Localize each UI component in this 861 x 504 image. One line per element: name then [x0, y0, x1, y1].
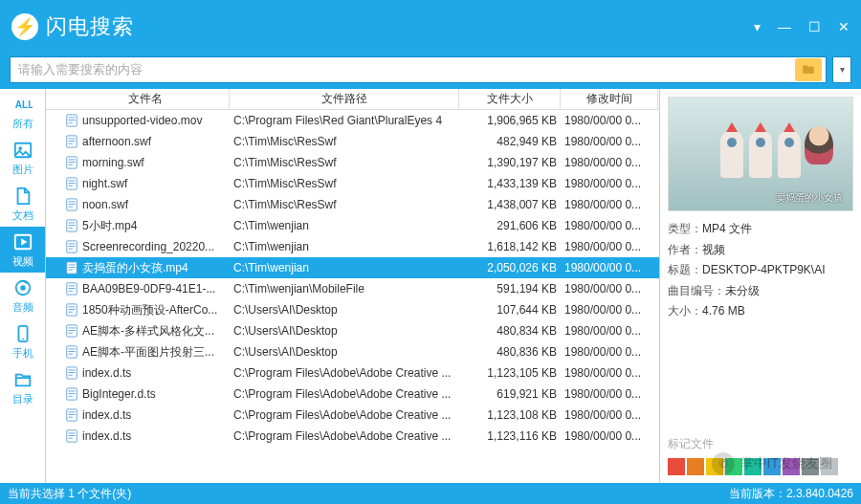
sidebar-item-video[interactable]: 视频 [0, 227, 45, 273]
tag-swatch[interactable] [725, 458, 742, 475]
search-input[interactable] [11, 62, 795, 77]
cell-size: 2,050,026 KB [459, 261, 561, 274]
svg-rect-26 [69, 204, 76, 205]
svg-rect-69 [69, 433, 76, 434]
cell-date: 1980/00/00 0... [561, 282, 658, 296]
tag-swatch[interactable] [763, 458, 781, 475]
cell-name: unsupported-video.mov [61, 114, 230, 127]
cell-size: 591,194 KB [459, 282, 561, 296]
chevron-down-icon[interactable]: ▾ [832, 56, 851, 83]
svg-rect-35 [69, 249, 73, 250]
col-path[interactable]: 文件路径 [230, 89, 459, 109]
table-row[interactable]: afternoon.swfC:\Tim\Misc\ResSwf482,949 K… [46, 131, 659, 152]
file-icon [65, 429, 78, 443]
meta-size-label: 大小： [668, 301, 702, 322]
svg-rect-37 [69, 265, 76, 266]
close-button[interactable]: ✕ [838, 19, 850, 34]
table-row[interactable]: index.d.tsC:\Program Files\Adobe\Adobe C… [46, 405, 659, 426]
cell-date: 1980/00/00 0... [561, 114, 658, 127]
tag-swatch[interactable] [744, 458, 762, 475]
file-icon [65, 366, 78, 380]
table-row[interactable]: morning.swfC:\Tim\Misc\ResSwf1,390,197 K… [46, 152, 659, 173]
table-row[interactable]: AE脚本-平面图片投射三...C:\Users\AI\Desktop480,83… [46, 341, 659, 362]
table-row[interactable]: Screenrecording_20220...C:\Tim\wenjian1,… [46, 236, 659, 257]
cell-size: 1,123,108 KB [459, 408, 561, 422]
table-row[interactable]: 卖捣蛋的小女孩.mp4C:\Tim\wenjian2,050,026 KB198… [46, 257, 659, 278]
svg-rect-13 [69, 139, 76, 140]
svg-rect-11 [69, 122, 73, 123]
svg-rect-63 [69, 396, 73, 397]
col-size[interactable]: 文件大小 [459, 89, 561, 109]
meta-title-label: 标题： [668, 260, 702, 281]
file-icon [65, 219, 78, 232]
col-date[interactable]: 修改时间 [561, 89, 658, 109]
cell-name: AE脚本-多样式风格化文... [61, 323, 230, 340]
tag-swatch[interactable] [706, 458, 723, 475]
table-row[interactable]: night.swfC:\Tim\Misc\ResSwf1,433,139 KB1… [46, 173, 659, 194]
meta-track-label: 曲目编号： [668, 281, 725, 302]
file-list[interactable]: unsupported-video.movC:\Program Files\Re… [46, 110, 659, 483]
svg-rect-70 [69, 435, 76, 436]
file-icon [65, 177, 78, 190]
cell-path: C:\Tim\wenjian\MobileFile [230, 282, 459, 296]
sidebar-item-image[interactable]: 图片 [0, 135, 45, 181]
sidebar-item-folder[interactable]: 目录 [0, 364, 45, 410]
svg-point-5 [20, 285, 25, 290]
cell-date: 1980/00/00 0... [561, 387, 658, 401]
svg-rect-9 [69, 118, 76, 119]
table-row[interactable]: 5小时.mp4C:\Tim\wenjian291,606 KB1980/00/0… [46, 215, 659, 236]
tag-hint: 标记文件 [668, 436, 853, 452]
table-row[interactable]: 1850种动画预设-AfterCo...C:\Users\AI\Desktop1… [46, 299, 659, 320]
cell-path: C:\Tim\Misc\ResSwf [230, 198, 459, 211]
svg-rect-31 [69, 228, 73, 229]
svg-point-2 [18, 146, 22, 150]
main-area: ALL所有图片文档视频音频手机目录 文件名 文件路径 文件大小 修改时间 uns… [0, 89, 861, 483]
tag-swatch[interactable] [668, 458, 685, 475]
tag-swatch[interactable] [821, 458, 838, 475]
table-row[interactable]: unsupported-video.movC:\Program Files\Re… [46, 110, 659, 131]
file-icon [65, 114, 78, 127]
svg-rect-57 [69, 370, 76, 371]
cell-path: C:\Users\AI\Desktop [230, 345, 459, 359]
sidebar-item-phone[interactable]: 手机 [0, 318, 45, 364]
tag-swatches [668, 458, 853, 475]
tag-swatch[interactable] [783, 458, 800, 475]
all-icon: ALL [12, 94, 33, 115]
dropdown-icon[interactable]: ▾ [754, 19, 761, 34]
svg-rect-15 [69, 143, 73, 144]
cell-size: 1,123,105 KB [459, 366, 561, 380]
table-row[interactable]: noon.swfC:\Tim\Misc\ResSwf1,438,007 KB19… [46, 194, 659, 215]
svg-rect-14 [69, 141, 76, 142]
file-icon [65, 261, 78, 274]
table-row[interactable]: AE脚本-多样式风格化文...C:\Users\AI\Desktop480,83… [46, 320, 659, 341]
col-name[interactable]: 文件名 [61, 89, 230, 109]
file-icon [65, 135, 78, 148]
svg-rect-51 [69, 333, 73, 334]
cell-path: C:\Tim\wenjian [230, 261, 459, 274]
minimize-button[interactable]: — [778, 19, 791, 34]
cell-name: afternoon.swf [61, 135, 230, 148]
table-row[interactable]: BigInteger.d.tsC:\Program Files\Adobe\Ad… [46, 383, 659, 405]
table-row[interactable]: index.d.tsC:\Program Files\Adobe\Adobe C… [46, 362, 659, 383]
sidebar-item-audio[interactable]: 音频 [0, 273, 45, 318]
table-row[interactable]: index.d.tsC:\Program Files\Adobe\Adobe C… [46, 426, 659, 447]
sidebar-item-label: 视频 [12, 254, 33, 269]
folder-icon [12, 369, 33, 390]
svg-rect-33 [69, 244, 76, 245]
sidebar-item-doc[interactable]: 文档 [0, 181, 45, 227]
folder-icon[interactable] [795, 58, 822, 81]
sidebar-item-label: 所有 [12, 117, 33, 131]
sidebar-item-all[interactable]: ALL所有 [0, 89, 45, 135]
svg-rect-19 [69, 164, 73, 165]
maximize-button[interactable]: ☐ [808, 19, 821, 34]
window-controls: ▾ — ☐ ✕ [754, 19, 850, 34]
cell-date: 1980/00/00 0... [561, 240, 658, 253]
table-row[interactable]: BAA09BE9-0DF9-41E1-...C:\Tim\wenjian\Mob… [46, 278, 659, 299]
tag-swatch[interactable] [802, 458, 819, 475]
svg-rect-47 [69, 312, 73, 313]
cell-date: 1980/00/00 0... [561, 219, 658, 232]
svg-rect-21 [69, 181, 76, 182]
tag-swatch[interactable] [687, 458, 704, 475]
file-panel: 文件名 文件路径 文件大小 修改时间 unsupported-video.mov… [46, 89, 660, 483]
file-metadata: 类型：MP4 文件 作者：视频 标题：DESKTOP-4PKTP9K\AI 曲目… [668, 219, 853, 322]
